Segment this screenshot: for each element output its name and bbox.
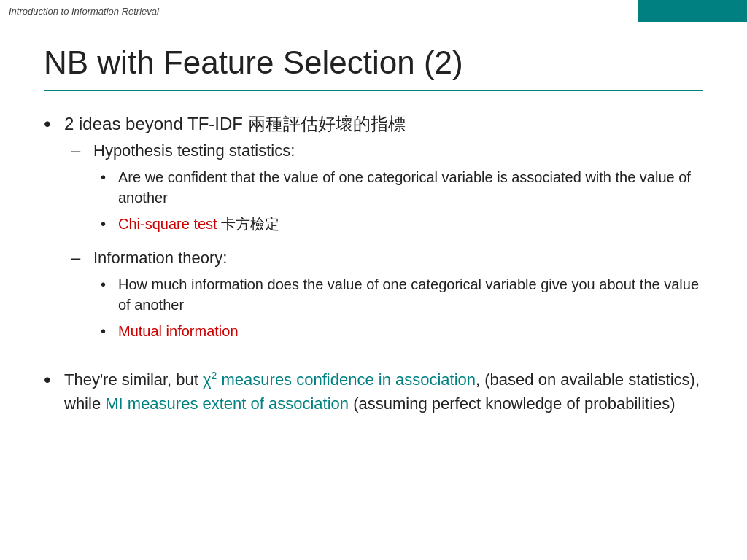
hypothesis-bullet-2: • Chi-square test 卡方檢定: [101, 214, 703, 234]
info-theory-bullet-1-text: How much information does the value of o…: [118, 274, 703, 315]
info-theory-heading: Information theory:: [93, 249, 227, 267]
bullet-1-text-plain: 2 ideas beyond TF-IDF: [64, 114, 248, 133]
title-underline: [44, 90, 703, 91]
sub-bullet-1: •: [101, 167, 118, 187]
mutual-information-label: Mutual information: [118, 321, 239, 341]
bullet-1-content: 2 ideas beyond TF-IDF 兩種評估好壞的指標 – Hypoth…: [64, 112, 703, 354]
dash-2: –: [71, 247, 93, 270]
info-theory-bullet-2: • Mutual information: [101, 321, 703, 341]
sub-item-info-theory: – Information theory: • How much informa…: [71, 247, 703, 347]
hypothesis-bullet-1-text: Are we confident that the value of one c…: [118, 167, 703, 208]
chi-square-label: Chi-square test: [118, 216, 217, 232]
hypothesis-heading: Hypothesis testing statistics:: [93, 141, 295, 160]
bullet-item-2: • They're similar, but χ2 measures confi…: [44, 368, 703, 416]
sub-list-1: – Hypothesis testing statistics: • Are w…: [71, 140, 703, 347]
header-title: Introduction to Information Retrieval: [9, 6, 159, 17]
sub-bullet-2: •: [101, 214, 118, 234]
hypothesis-bullet-1: • Are we confident that the value of one…: [101, 167, 703, 208]
mi-extent-text: MI measures extent of association: [105, 394, 349, 413]
sub-item-info-theory-content: Information theory: • How much informati…: [93, 247, 703, 347]
slide-title: NB with Feature Selection (2): [44, 44, 703, 82]
bullet-dot-1: •: [44, 112, 64, 136]
sub-item-hypothesis: – Hypothesis testing statistics: • Are w…: [71, 140, 703, 240]
bullet-2-suffix: (assuming perfect knowledge of probabili…: [349, 394, 676, 413]
hypothesis-bullets: • Are we confident that the value of one…: [101, 167, 703, 234]
header-bar: Introduction to Information Retrieval: [0, 0, 747, 22]
sub-bullet-4: •: [101, 321, 118, 341]
bullet-dot-2: •: [44, 368, 64, 392]
main-bullet-list: • 2 ideas beyond TF-IDF 兩種評估好壞的指標 – Hypo…: [44, 112, 703, 416]
hypothesis-bullet-2-text: Chi-square test 卡方檢定: [118, 214, 279, 234]
bullet-1-text-chinese: 兩種評估好壞的指標: [248, 114, 406, 133]
info-theory-bullets: • How much information does the value of…: [101, 274, 703, 341]
chi-confidence-text: measures confidence in association: [217, 370, 476, 389]
bullet-2-content: They're similar, but χ2 measures confide…: [64, 368, 703, 416]
dash-1: –: [71, 140, 93, 163]
bullet-item-1: • 2 ideas beyond TF-IDF 兩種評估好壞的指標 – Hypo…: [44, 112, 703, 354]
chi-symbol: χ2: [203, 370, 217, 389]
header-accent: [638, 0, 747, 22]
info-theory-bullet-1: • How much information does the value of…: [101, 274, 703, 315]
slide-content: NB with Feature Selection (2) • 2 ideas …: [0, 22, 747, 560]
sub-item-hypothesis-content: Hypothesis testing statistics: • Are we …: [93, 140, 703, 240]
bullet-2-prefix: They're similar, but: [64, 370, 203, 389]
sub-bullet-3: •: [101, 274, 118, 295]
